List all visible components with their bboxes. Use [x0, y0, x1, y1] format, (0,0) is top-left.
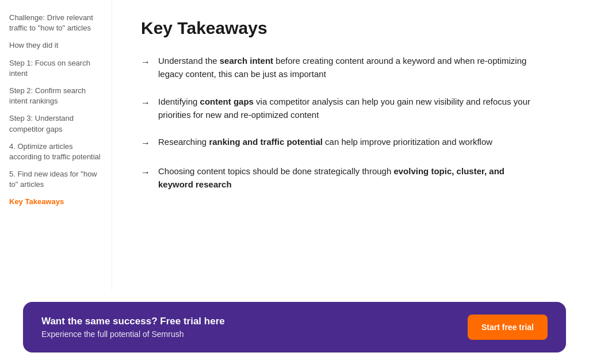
page-wrapper: Challenge: Drive relevant traffic to "ho… [0, 0, 589, 364]
takeaway-item-takeaway-4: →Choosing content topics should be done … [141, 164, 532, 191]
content-area: Challenge: Drive relevant traffic to "ho… [0, 0, 589, 290]
cta-section: Want the same success? Free trial here E… [0, 290, 589, 364]
takeaway-text: Understand the search intent before crea… [158, 54, 532, 81]
sidebar-item-step1[interactable]: Step 1: Focus on search intent [9, 55, 102, 82]
cta-text-block: Want the same success? Free trial here E… [41, 316, 225, 339]
takeaway-text: Choosing content topics should be done s… [158, 164, 532, 191]
sidebar-item-step3[interactable]: Step 3: Understand competitor gaps [9, 110, 102, 137]
takeaway-text: Identifying content gaps via competitor … [158, 95, 532, 122]
cta-title: Want the same success? Free trial here [41, 316, 225, 327]
sidebar-item-key-takeaways[interactable]: Key Takeaways [9, 193, 102, 210]
takeaway-item-takeaway-2: →Identifying content gaps via competitor… [141, 95, 532, 122]
arrow-icon: → [141, 96, 150, 110]
sidebar-item-step4[interactable]: 4. Optimize articles according to traffi… [9, 138, 102, 166]
sidebar-item-challenge[interactable]: Challenge: Drive relevant traffic to "ho… [9, 9, 102, 37]
sidebar-item-step2[interactable]: Step 2: Confirm search intent rankings [9, 82, 102, 110]
cta-banner: Want the same success? Free trial here E… [23, 302, 566, 352]
takeaway-text: Researching ranking and traffic potentia… [158, 135, 492, 148]
sidebar-item-step5[interactable]: 5. Find new ideas for "how to" articles [9, 166, 102, 193]
takeaway-item-takeaway-1: →Understand the search intent before cre… [141, 54, 532, 81]
arrow-icon: → [141, 136, 150, 151]
start-free-trial-button[interactable]: Start free trial [468, 315, 548, 340]
takeaways-list: →Understand the search intent before cre… [141, 54, 532, 191]
arrow-icon: → [141, 55, 150, 70]
main-content: Key Takeaways →Understand the search int… [112, 0, 589, 290]
sidebar-item-how-they-did-it[interactable]: How they did it [9, 37, 102, 54]
cta-subtitle: Experience the full potential of Semrush [41, 329, 225, 339]
page-title: Key Takeaways [141, 18, 566, 38]
takeaway-item-takeaway-3: →Researching ranking and traffic potenti… [141, 135, 532, 151]
sidebar: Challenge: Drive relevant traffic to "ho… [0, 0, 112, 290]
arrow-icon: → [141, 166, 150, 180]
